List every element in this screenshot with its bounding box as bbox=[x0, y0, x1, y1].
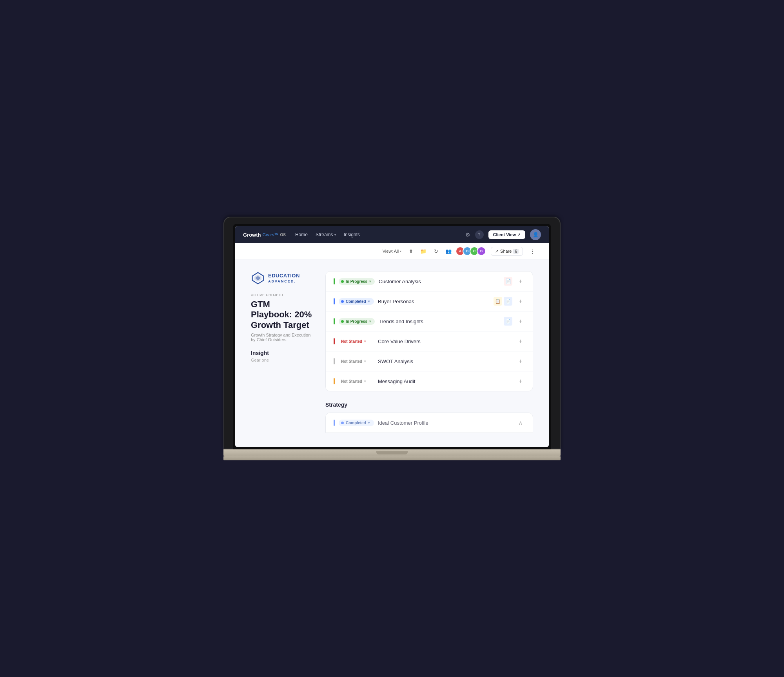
main-nav: Home Streams ▾ Insights bbox=[295, 232, 456, 237]
strategy-section-header: Strategy bbox=[325, 398, 533, 413]
toolbar-icons: ⬆ 📁 ↻ 👥 bbox=[406, 246, 453, 256]
more-icon[interactable]: ⋮ bbox=[528, 246, 537, 256]
file-icon-blue2[interactable]: 📄 bbox=[504, 317, 512, 326]
status-chevron-icon: ▾ bbox=[364, 340, 366, 343]
streams-chevron-icon: ▾ bbox=[334, 233, 336, 237]
status-badge-in-progress-2[interactable]: In Progress ▾ bbox=[339, 318, 375, 325]
file-icon-yellow[interactable]: 📋 bbox=[494, 297, 502, 306]
status-text: Not Started bbox=[341, 359, 362, 364]
status-chevron-icon: ▾ bbox=[368, 421, 370, 425]
status-badge-completed[interactable]: Completed ▾ bbox=[339, 298, 374, 305]
nav-home[interactable]: Home bbox=[295, 232, 308, 237]
help-icon[interactable]: ? bbox=[475, 230, 484, 239]
brand-gears: Gears™ bbox=[263, 232, 279, 237]
status-bar-green bbox=[334, 318, 335, 324]
status-chevron-icon: ▾ bbox=[369, 320, 371, 323]
logo-education: EDUCATION bbox=[268, 273, 300, 279]
item-name-customer-analysis: Customer Analysis bbox=[379, 279, 500, 284]
client-logo: EDUCATION ADVANCED. bbox=[251, 271, 314, 285]
add-button[interactable]: + bbox=[516, 297, 525, 306]
nav-streams[interactable]: Streams ▾ bbox=[316, 232, 336, 237]
status-bar-red bbox=[334, 338, 335, 344]
status-chevron-icon: ▾ bbox=[364, 380, 366, 383]
status-badge-not-started-yellow[interactable]: Not Started ▾ bbox=[339, 378, 374, 385]
laptop-wrapper: Growth Gears™ OS Home Streams ▾ Insights bbox=[223, 217, 561, 460]
status-chevron-icon: ▾ bbox=[364, 360, 366, 363]
toolbar: View: All ▾ ⬆ 📁 ↻ 👥 A B C bbox=[235, 243, 549, 259]
item-row: Not Started ▾ SWOT Analysis + bbox=[326, 351, 533, 371]
status-bar-gray bbox=[334, 358, 335, 364]
status-badge-completed-strategy[interactable]: Completed ▾ bbox=[339, 420, 374, 426]
left-column: EDUCATION ADVANCED. ACTIVE PROJECT GTM P… bbox=[251, 271, 314, 433]
settings-icon[interactable]: ⚙ bbox=[465, 232, 470, 238]
item-row-strategy: Completed ▾ Ideal Customer Profile ∧ bbox=[326, 413, 533, 433]
brand-growth: Growth bbox=[243, 232, 261, 238]
education-advanced-logo-icon bbox=[251, 271, 265, 285]
status-text: Completed bbox=[346, 299, 366, 304]
avatars-group: A B C D bbox=[458, 246, 486, 256]
item-name-trends: Trends and Insights bbox=[379, 319, 500, 324]
status-dot bbox=[341, 320, 344, 323]
status-bar-orange bbox=[334, 378, 335, 384]
status-text: Completed bbox=[346, 421, 366, 425]
add-button-strategy[interactable]: ∧ bbox=[516, 418, 525, 427]
view-filter[interactable]: View: All ▾ bbox=[383, 249, 401, 253]
file-icon-red[interactable]: 📄 bbox=[504, 277, 512, 286]
project-header: ACTIVE PROJECT GTM Playbook: 20% Growth … bbox=[251, 293, 314, 342]
share-count: 6 bbox=[513, 249, 519, 254]
active-project-label: ACTIVE PROJECT bbox=[251, 293, 314, 297]
add-button[interactable]: + bbox=[516, 377, 525, 386]
status-text: Not Started bbox=[341, 339, 362, 344]
laptop-screen: Growth Gears™ OS Home Streams ▾ Insights bbox=[235, 226, 549, 447]
share-button[interactable]: ↗ Share 6 bbox=[491, 247, 523, 256]
logo-advanced: ADVANCED. bbox=[268, 279, 300, 284]
item-name-ideal-customer: Ideal Customer Profile bbox=[378, 420, 512, 426]
laptop-stand bbox=[223, 456, 561, 460]
main-panel: In Progress ▾ Customer Analysis 📄 bbox=[325, 271, 533, 433]
item-name-messaging-audit: Messaging Audit bbox=[378, 378, 512, 384]
status-text: In Progress bbox=[346, 279, 367, 284]
add-button[interactable]: + bbox=[516, 277, 525, 286]
user-avatar[interactable]: 👤 bbox=[530, 229, 541, 240]
status-text: Not Started bbox=[341, 379, 362, 384]
folder-icon[interactable]: 📁 bbox=[419, 246, 428, 256]
item-row: Not Started ▾ Core Value Drivers + bbox=[326, 331, 533, 351]
refresh-icon[interactable]: ↻ bbox=[431, 246, 441, 256]
status-bar-green bbox=[334, 278, 335, 284]
client-view-button[interactable]: Client View ↗ bbox=[488, 230, 525, 239]
item-icons: 📄 bbox=[504, 277, 512, 286]
laptop-outer: Growth Gears™ OS Home Streams ▾ Insights bbox=[223, 217, 561, 449]
view-label: View: All bbox=[383, 249, 399, 253]
status-badge-not-started-gray[interactable]: Not Started ▾ bbox=[339, 358, 374, 365]
status-dot bbox=[341, 280, 344, 283]
status-badge-not-started-red[interactable]: Not Started ▾ bbox=[339, 338, 374, 345]
insight-sublabel: Gear one bbox=[251, 358, 314, 362]
status-dot bbox=[341, 422, 344, 424]
item-name-swot: SWOT Analysis bbox=[378, 358, 512, 364]
item-row: Completed ▾ Buyer Personas 📋 bbox=[326, 291, 533, 311]
add-button[interactable]: + bbox=[516, 317, 525, 326]
nav-insights[interactable]: Insights bbox=[344, 232, 360, 237]
item-row: In Progress ▾ Customer Analysis 📄 bbox=[326, 272, 533, 291]
upload-icon[interactable]: ⬆ bbox=[406, 246, 416, 256]
project-title: GTM Playbook: 20% Growth Target bbox=[251, 299, 314, 330]
status-bar-blue-strategy bbox=[334, 420, 335, 426]
page-content: EDUCATION ADVANCED. ACTIVE PROJECT GTM P… bbox=[235, 259, 549, 445]
add-button[interactable]: + bbox=[516, 337, 525, 346]
strategy-label: Strategy bbox=[325, 398, 347, 411]
status-badge-in-progress-1[interactable]: In Progress ▾ bbox=[339, 278, 375, 285]
add-button[interactable]: + bbox=[516, 357, 525, 366]
status-chevron-icon: ▾ bbox=[368, 300, 370, 303]
brand-os: OS bbox=[280, 233, 285, 237]
logo-text: EDUCATION ADVANCED. bbox=[268, 273, 300, 284]
status-chevron-icon: ▾ bbox=[369, 280, 371, 283]
laptop-base bbox=[223, 449, 561, 456]
insight-section-label-area: Insight Gear one bbox=[251, 350, 314, 362]
file-icon-blue[interactable]: 📄 bbox=[504, 297, 512, 306]
item-row: In Progress ▾ Trends and Insights 📄 bbox=[326, 311, 533, 331]
share2-icon[interactable]: 👥 bbox=[444, 246, 453, 256]
share-label: Share bbox=[500, 249, 512, 253]
share-icon: ↗ bbox=[495, 249, 499, 254]
item-icons: 📄 bbox=[504, 317, 512, 326]
item-row: Not Started ▾ Messaging Audit + bbox=[326, 371, 533, 391]
